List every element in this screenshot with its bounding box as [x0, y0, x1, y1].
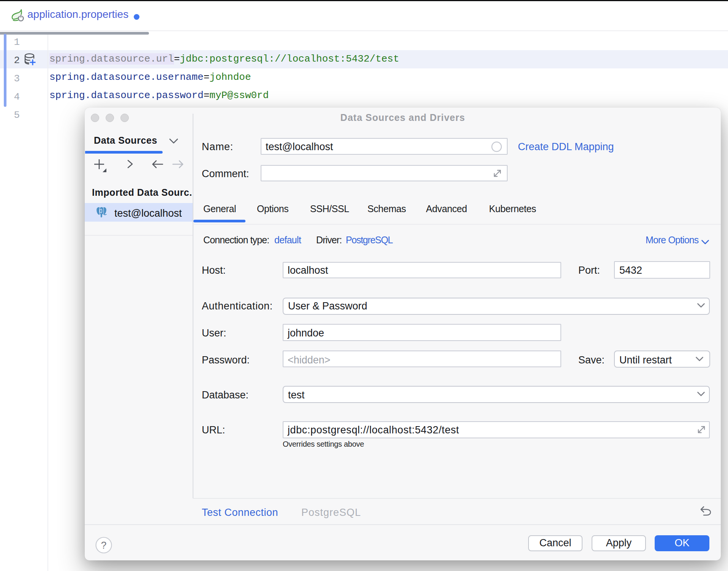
svg-text:?: ?	[101, 539, 106, 551]
